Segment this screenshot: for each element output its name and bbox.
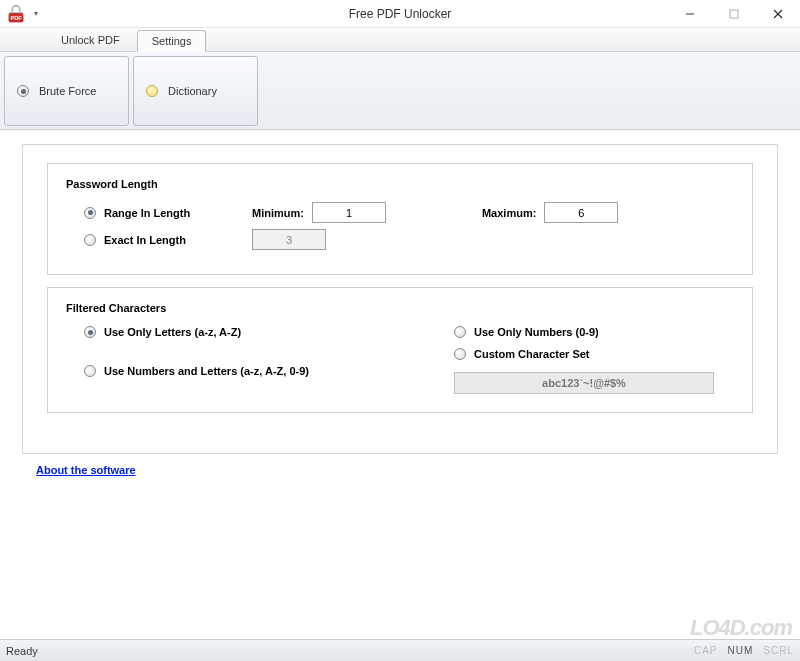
letters-label: Use Only Letters (a-z, A-Z) bbox=[104, 326, 241, 338]
password-length-group: Password Length Range In Length Minimum:… bbox=[47, 163, 753, 275]
status-scrl: SCRL bbox=[763, 645, 794, 656]
custom-radio-row[interactable]: Custom Character Set bbox=[454, 348, 590, 360]
exact-radio[interactable] bbox=[84, 234, 96, 246]
minimum-label: Minimum: bbox=[252, 207, 304, 219]
brute-force-button[interactable]: Brute Force bbox=[4, 56, 129, 126]
filtered-characters-title: Filtered Characters bbox=[66, 302, 734, 314]
range-label: Range In Length bbox=[104, 207, 244, 219]
use-only-letters-option[interactable]: Use Only Letters (a-z, A-Z) bbox=[84, 326, 454, 338]
numletters-label: Use Numbers and Letters (a-z, A-Z, 0-9) bbox=[104, 365, 309, 377]
numbers-label: Use Only Numbers (0-9) bbox=[474, 326, 599, 338]
exact-label: Exact In Length bbox=[104, 234, 244, 246]
ribbon: Brute Force Dictionary bbox=[0, 52, 800, 130]
close-button[interactable] bbox=[756, 0, 800, 28]
brute-force-radio-icon bbox=[17, 85, 29, 97]
svg-text:PDF: PDF bbox=[11, 15, 23, 21]
about-link[interactable]: About the software bbox=[36, 464, 136, 476]
filtered-characters-group: Filtered Characters Use Only Letters (a-… bbox=[47, 287, 753, 413]
tabs-row: Unlock PDF Settings bbox=[0, 28, 800, 52]
letters-radio[interactable] bbox=[84, 326, 96, 338]
status-num: NUM bbox=[728, 645, 754, 656]
custom-radio[interactable] bbox=[454, 348, 466, 360]
qat-dropdown-icon[interactable]: ▾ bbox=[34, 9, 38, 18]
dictionary-radio-icon bbox=[146, 85, 158, 97]
content-area: Password Length Range In Length Minimum:… bbox=[0, 130, 800, 480]
numbers-radio[interactable] bbox=[454, 326, 466, 338]
dictionary-button[interactable]: Dictionary bbox=[133, 56, 258, 126]
titlebar: PDF ▾ Free PDF Unlocker bbox=[0, 0, 800, 28]
range-radio[interactable] bbox=[84, 207, 96, 219]
range-in-length-row: Range In Length Minimum: Maximum: bbox=[84, 202, 734, 223]
tab-unlock-pdf[interactable]: Unlock PDF bbox=[46, 29, 135, 51]
exact-input bbox=[252, 229, 326, 250]
status-ready: Ready bbox=[6, 645, 38, 657]
exact-in-length-row: Exact In Length bbox=[84, 229, 734, 250]
brute-force-label: Brute Force bbox=[39, 85, 96, 97]
maximum-input[interactable] bbox=[544, 202, 618, 223]
svg-rect-3 bbox=[730, 10, 738, 18]
custom-label: Custom Character Set bbox=[474, 348, 590, 360]
watermark: LO4D.com bbox=[690, 615, 792, 641]
statusbar: Ready CAP NUM SCRL bbox=[0, 639, 800, 661]
custom-charset-input: abc123`~!@#$% bbox=[454, 372, 714, 394]
custom-set-option: Custom Character Set abc123`~!@#$% bbox=[454, 348, 734, 394]
numletters-radio[interactable] bbox=[84, 365, 96, 377]
use-numbers-and-letters-option[interactable]: Use Numbers and Letters (a-z, A-Z, 0-9) bbox=[84, 348, 454, 394]
maximum-label: Maximum: bbox=[482, 207, 536, 219]
minimize-button[interactable] bbox=[668, 0, 712, 28]
status-cap: CAP bbox=[694, 645, 718, 656]
tab-settings[interactable]: Settings bbox=[137, 30, 207, 52]
minimum-input[interactable] bbox=[312, 202, 386, 223]
dictionary-label: Dictionary bbox=[168, 85, 217, 97]
maximize-button[interactable] bbox=[712, 0, 756, 28]
settings-panel: Password Length Range In Length Minimum:… bbox=[22, 144, 778, 454]
use-only-numbers-option[interactable]: Use Only Numbers (0-9) bbox=[454, 326, 734, 338]
app-icon: PDF bbox=[2, 0, 30, 28]
password-length-title: Password Length bbox=[66, 178, 734, 190]
window-controls bbox=[668, 0, 800, 28]
